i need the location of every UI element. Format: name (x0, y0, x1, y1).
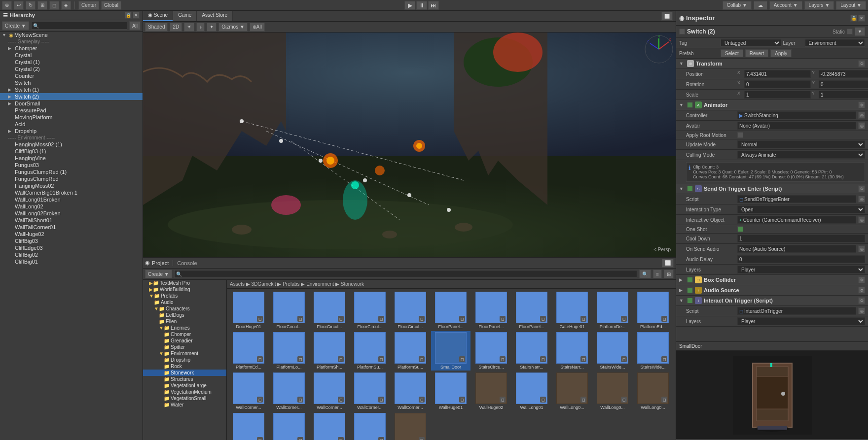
center-btn[interactable]: Center (78, 1, 99, 10)
step-btn[interactable]: ⏭ (428, 1, 439, 10)
hierarchy-scene-root[interactable]: ▼ ◉ MyNewScene (0, 32, 143, 38)
tag-select[interactable]: Untagged (721, 39, 781, 47)
asset-walllong0a[interactable]: ◻ WallLong0... (552, 372, 592, 411)
avatar-picker-btn[interactable]: ◎ (858, 122, 865, 129)
shading-btn[interactable]: Shaded (145, 23, 168, 32)
hierarchy-item-wallcorner[interactable]: WallCornerBig01Broken 1 (0, 189, 143, 196)
asset-wallcorner4[interactable]: ◻ WallCorner... (350, 372, 390, 411)
project-maximize-btn[interactable]: ⬜ (662, 259, 674, 268)
asset-walllong0b[interactable]: ◻ WallLong0... (593, 372, 632, 411)
cloud-btn[interactable]: ☁ (754, 1, 767, 10)
hierarchy-item-hangingmoss2[interactable]: HangingMoss02 (1) (0, 141, 143, 148)
hierarchy-item-switch[interactable]: Switch (0, 79, 143, 86)
tree-enemies[interactable]: ▼📁 Enemies (143, 325, 226, 331)
hierarchy-item-cliffbig01[interactable]: CliffBig01 (0, 258, 143, 265)
tree-textmesh[interactable]: ▶📁 TextMesh Pro (143, 280, 226, 286)
transform-settings-btn[interactable]: ⚙ (858, 60, 865, 67)
asset-stairswide1[interactable]: ◻ StairsWide... (593, 331, 632, 371)
audio-source-enabled[interactable] (687, 287, 693, 293)
hierarchy-item-crystal2[interactable]: Crystal (2) (0, 66, 143, 72)
hierarchy-item-wallhuge[interactable]: WallHuge02 (0, 231, 143, 237)
asset-floorpanel3[interactable]: ◻ FloorPanel... (512, 291, 551, 330)
tree-dropship[interactable]: 📁 Dropship (143, 357, 226, 363)
all-btn[interactable]: ⊕All (250, 23, 265, 32)
cool-down-field[interactable] (737, 235, 865, 242)
hierarchy-close-btn[interactable]: ✕ (133, 12, 140, 19)
tree-characters[interactable]: ▼📁 Characters (143, 305, 226, 312)
asset-wallshort02[interactable]: ◻ WallShort02 (269, 412, 309, 440)
hierarchy-item-hangingvine[interactable]: HangingVine (0, 155, 143, 162)
interaction-type-select[interactable]: Open (737, 205, 865, 213)
scale-y-field[interactable] (819, 91, 868, 99)
hierarchy-item-hangingmoss[interactable]: HangingMoss02 (0, 182, 143, 189)
2d-btn[interactable]: 2D (170, 23, 182, 32)
interact-script-picker-btn[interactable]: ◎ (858, 307, 865, 314)
hierarchy-item-crystal1[interactable]: Crystal (1) (0, 59, 143, 66)
layer-select[interactable]: Environment (805, 39, 866, 47)
rot-x-field[interactable] (744, 80, 811, 88)
hierarchy-item-walltall[interactable]: WallTallShort01 (0, 217, 143, 224)
hierarchy-item-pressurepad[interactable]: PressurePad (0, 107, 143, 114)
hierarchy-item-dropship[interactable]: ▶ Dropship (0, 128, 143, 135)
asset-walllong0c[interactable]: ◻ WallLong0... (633, 372, 673, 411)
project-grid-btn[interactable]: ⊞ (664, 270, 674, 278)
asset-walltallsho[interactable]: ◻ WallTallSho... (391, 412, 430, 440)
toolbar-btn-6[interactable]: ◈ (61, 1, 71, 10)
static-checkbox[interactable] (847, 29, 853, 34)
tree-audio[interactable]: 📁 Audio (143, 299, 226, 305)
tree-chomper[interactable]: 📁 Chomper (143, 331, 226, 338)
animator-header[interactable]: ▼ A Animator ⚙ (676, 100, 868, 110)
tree-grenadier[interactable]: 📁 Grenadier (143, 338, 226, 344)
asset-gatehuge01[interactable]: ◻ GateHuge01 (552, 291, 592, 330)
asset-platformed2[interactable]: ◻ PlatformEd... (229, 331, 268, 371)
audio-btn[interactable]: ♪ (196, 23, 205, 32)
global-btn[interactable]: Global (101, 1, 121, 10)
hierarchy-item-movingplatform[interactable]: MovingPlatform (0, 114, 143, 121)
hierarchy-item-fungusclump[interactable]: FungusClumpRed (0, 175, 143, 182)
tab-game[interactable]: Game (173, 11, 197, 21)
console-tab[interactable]: Console (177, 260, 197, 266)
scene-maximize-btn[interactable]: ⬜ (661, 12, 673, 21)
animator-enabled-checkbox[interactable] (687, 102, 693, 108)
update-mode-select[interactable]: Normal (737, 140, 865, 148)
tree-eeldogs[interactable]: 📁 EelDogs (143, 312, 226, 318)
tree-vegsmall[interactable]: 📁 VegetationSmall (143, 395, 226, 402)
tree-vegmedium[interactable]: 📁 VegetationMedium (143, 389, 226, 395)
tree-structures[interactable]: 📁 Structures (143, 376, 226, 382)
toolbar-btn-2[interactable]: ↩ (14, 1, 24, 10)
tree-rock[interactable]: 📁 Rock (143, 363, 226, 370)
animator-settings-btn[interactable]: ⚙ (858, 102, 865, 108)
send-layers-select[interactable]: Player (737, 266, 865, 273)
gizmos-btn[interactable]: Gizmos ▼ (218, 23, 248, 32)
asset-platformed1[interactable]: ◻ PlatformEd... (633, 291, 673, 330)
project-create-btn[interactable]: Create ▼ (145, 270, 172, 278)
asset-smalldoor[interactable]: ◻ SmallDoor (431, 331, 470, 371)
hierarchy-item-acid[interactable]: Acid (0, 121, 143, 128)
hierarchy-search[interactable] (31, 22, 127, 30)
hierarchy-item-crystal[interactable]: Crystal (0, 52, 143, 59)
project-icon-btn[interactable]: 🔍 (639, 270, 651, 278)
box-collider-settings-btn[interactable]: ⚙ (858, 276, 865, 283)
asset-floorcircul2[interactable]: ◻ FloorCircul... (310, 291, 349, 330)
asset-floorpanel1[interactable]: ◻ FloorPanel... (431, 291, 470, 330)
send-trigger-enabled[interactable] (687, 186, 693, 192)
asset-stairswide2[interactable]: ◻ StairsWide... (633, 331, 673, 371)
tab-asset-store[interactable]: Asset Store (197, 11, 233, 21)
asset-wallshort01[interactable]: ◻ WallShort01 (229, 412, 268, 440)
static-dropdown-btn[interactable]: ▼ (855, 27, 865, 36)
lighting-btn[interactable]: ☀ (184, 23, 194, 32)
hierarchy-item-switch1[interactable]: ▶ Switch (1) (0, 86, 143, 93)
hierarchy-item-walllong1[interactable]: WallLong01Broken (0, 196, 143, 203)
hierarchy-item-chomper[interactable]: ▶ Chomper (0, 45, 143, 52)
asset-wallhuge02[interactable]: ◻ WallHuge02 (471, 372, 511, 411)
tab-scene[interactable]: ◉ Scene (143, 11, 173, 21)
hierarchy-item-counter[interactable]: Counter (0, 72, 143, 79)
asset-stairsnarr2[interactable]: ◻ StairsNarr... (552, 331, 592, 371)
apply-root-checkbox[interactable] (737, 132, 743, 138)
asset-platformsu2[interactable]: ◻ PlatformSu... (391, 331, 430, 371)
project-list-btn[interactable]: ≡ (653, 270, 662, 278)
script-picker-btn[interactable]: ◎ (858, 196, 865, 203)
asset-platformde[interactable]: ◻ PlatformDe... (593, 291, 632, 330)
send-trigger-settings-btn[interactable]: ⚙ (858, 185, 865, 192)
asset-floorcircul1[interactable]: ◻ FloorCircul... (269, 291, 309, 330)
